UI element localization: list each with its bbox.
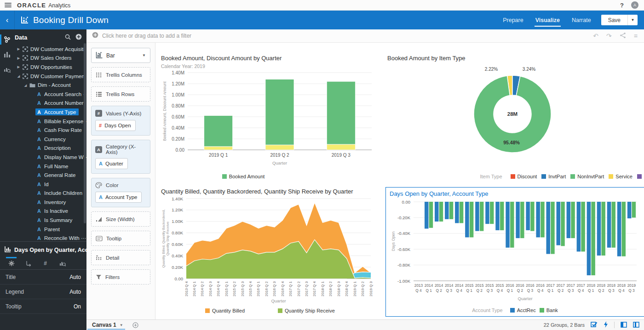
bar-acctrec[interactable]	[516, 202, 520, 238]
tree-item-full-name[interactable]: AFull Name	[14, 162, 86, 171]
bar-acctrec[interactable]	[435, 202, 439, 222]
tree-item-dw-customer-acquisiti[interactable]: ▶DW Customer Acquisiti···	[14, 45, 86, 54]
add-filter-icon[interactable]	[92, 32, 98, 40]
tab-analyze-icon[interactable]	[54, 257, 71, 269]
tree-item-currency[interactable]: ACurrency	[14, 135, 86, 144]
viz-quantity-by-quarter[interactable]: Quantity Billed, Quantity Backordered, Q…	[159, 187, 381, 317]
collapse-caret-icon[interactable]: ◢	[23, 83, 29, 87]
viz-type-select[interactable]: Bar ▼	[91, 48, 150, 63]
drop-zone-filters[interactable]: Filters	[91, 269, 150, 284]
expand-caret-icon[interactable]: ▶	[16, 47, 22, 51]
tab-values-icon[interactable]: #	[37, 257, 54, 269]
bar-acctrec[interactable]	[475, 202, 479, 231]
tree-item-id[interactable]: AId	[14, 180, 86, 189]
bar-acctrec[interactable]	[455, 202, 459, 223]
save-dropdown-caret[interactable]: ▼	[627, 15, 638, 25]
bar-bank[interactable]	[561, 202, 565, 246]
bar-bank[interactable]	[591, 202, 595, 275]
header-tab-narrate[interactable]: Narrate	[572, 11, 591, 29]
tree-item-reconcile-with[interactable]: AReconcile With ···	[14, 233, 86, 241]
bar-bank[interactable]	[530, 202, 535, 231]
bar-acctrec[interactable]	[577, 202, 581, 251]
canvas-menu-icon[interactable]: ≡	[634, 33, 638, 39]
legend-item-invtpart[interactable]: InvtPart	[541, 174, 566, 179]
bar-bank[interactable]	[480, 202, 484, 231]
rail-visualizations-icon[interactable]	[0, 47, 14, 62]
bar-acctrec[interactable]	[607, 202, 611, 248]
bar-acctrec[interactable]	[425, 202, 429, 228]
rail-analytics-icon[interactable]	[0, 62, 14, 76]
legend-item-noninvtpart[interactable]: NonInvtPart	[570, 174, 604, 179]
canvas-tab-caret-icon[interactable]: ▼	[120, 323, 123, 327]
tree-item-cash-flow-rate[interactable]: ACash Flow Rate	[14, 125, 86, 135]
tree-item-account-type[interactable]: AAccount Type	[14, 108, 86, 117]
tab-general-gear-icon[interactable]	[3, 257, 20, 269]
bar-bank[interactable]	[601, 202, 605, 256]
layout-panel-left-icon[interactable]	[621, 322, 627, 329]
expand-caret-icon[interactable]: ▶	[16, 56, 22, 60]
collapse-caret-icon[interactable]: ◢	[16, 74, 22, 78]
bar-acctrec[interactable]	[495, 202, 500, 230]
redo-icon[interactable]: ↷	[606, 33, 612, 39]
bar-acctrec[interactable]	[546, 202, 551, 254]
bar-acctrec[interactable]	[627, 202, 632, 218]
drop-zone-color[interactable]: ColorAAccount Type	[91, 178, 150, 207]
tree-item-dw-opportunities[interactable]: ▶DW Opportunities	[14, 63, 86, 72]
tree-item-dim-account[interactable]: ◢Dim - Account	[14, 80, 86, 90]
tree-item-parent[interactable]: AParent	[14, 225, 86, 234]
bar-acctrec[interactable]	[465, 202, 469, 237]
tab-axis-icon[interactable]	[20, 257, 37, 269]
bar-acctrec[interactable]	[567, 202, 571, 238]
tree-scrollbar[interactable]	[84, 43, 86, 223]
tree-item-general-rate[interactable]: AGeneral Rate	[14, 171, 86, 180]
tree-item-dw-customer-payment[interactable]: ◢DW Customer Payment	[14, 72, 86, 81]
property-value[interactable]: Auto	[69, 274, 81, 280]
tree-item-include-children[interactable]: AInclude Children	[14, 189, 86, 198]
bar-segment-booked-amount[interactable]	[327, 81, 355, 144]
tree-item-is-inactive[interactable]: AIs Inactive	[14, 207, 86, 216]
tree-item-account-number[interactable]: AAccount Number	[14, 99, 86, 108]
undo-icon[interactable]: ↶	[593, 33, 598, 39]
save-button-label[interactable]: Save	[601, 17, 627, 23]
bar-bank[interactable]	[540, 202, 545, 237]
header-tab-visualize[interactable]: Visualize	[535, 11, 560, 29]
field-pill-quarter[interactable]: AQuarter	[95, 158, 128, 169]
tree-item-billable-expense[interactable]: ABillable Expense···	[14, 117, 86, 126]
avatar[interactable]: A	[631, 1, 638, 9]
rail-data-icon[interactable]	[0, 32, 14, 47]
add-filter-text[interactable]: Click here or drag data to add a filter	[102, 33, 191, 39]
hamburger-menu-icon[interactable]	[5, 3, 12, 7]
legend-item-bank[interactable]: Bank	[540, 307, 558, 313]
viz-booked-discount-by-quarter[interactable]: Booked Amount, Discount Amount by Quarte…	[159, 54, 381, 182]
legend-item-discount[interactable]: Discount	[511, 174, 537, 179]
bar-acctrec[interactable]	[536, 202, 540, 237]
bar-bank[interactable]	[510, 202, 514, 248]
bar-bank[interactable]	[551, 202, 555, 254]
bar-bank[interactable]	[581, 202, 585, 251]
tree-item-display-name-w[interactable]: ADisplay Name W···	[14, 153, 86, 162]
filter-bar[interactable]: Click here or drag data to add a filter …	[86, 29, 644, 43]
tree-item-dw-sales-orders[interactable]: ▶DW Sales Orders	[14, 54, 86, 63]
bar-segment-discount-amount[interactable]	[265, 145, 294, 150]
tree-item-inventory[interactable]: AInventory	[14, 198, 86, 207]
bar-acctrec[interactable]	[617, 202, 621, 256]
drop-zone-values-y-axis[interactable]: #Values (Y-Axis)#Days Open	[91, 106, 150, 136]
property-value[interactable]: Auto	[69, 289, 81, 295]
bar-acctrec[interactable]	[445, 202, 449, 219]
bar-acctrec[interactable]	[506, 202, 510, 248]
drop-zone-category-x-axis[interactable]: ACategory (X-Axis)AQuarter	[91, 140, 150, 174]
bar-acctrec[interactable]	[597, 202, 601, 256]
bar-bank[interactable]	[449, 202, 454, 219]
bar-bank[interactable]	[429, 202, 433, 228]
bar-acctrec[interactable]	[587, 202, 591, 275]
drop-zone-tooltip[interactable]: Tooltip	[91, 231, 150, 246]
property-row-title[interactable]: TitleAuto	[0, 270, 86, 284]
back-button[interactable]: ‹	[0, 11, 15, 29]
add-canvas-icon[interactable]	[132, 322, 138, 328]
legend-item-quantity-ship-receive[interactable]: Quantity Ship Receive	[278, 308, 335, 313]
bar-bank[interactable]	[622, 202, 626, 256]
refresh-data-bolt-icon[interactable]	[604, 321, 608, 329]
legend-item-quantity-billed[interactable]: Quantity Billed	[205, 308, 245, 313]
layout-panel-split-icon[interactable]	[633, 322, 639, 329]
bar-bank[interactable]	[632, 202, 636, 217]
